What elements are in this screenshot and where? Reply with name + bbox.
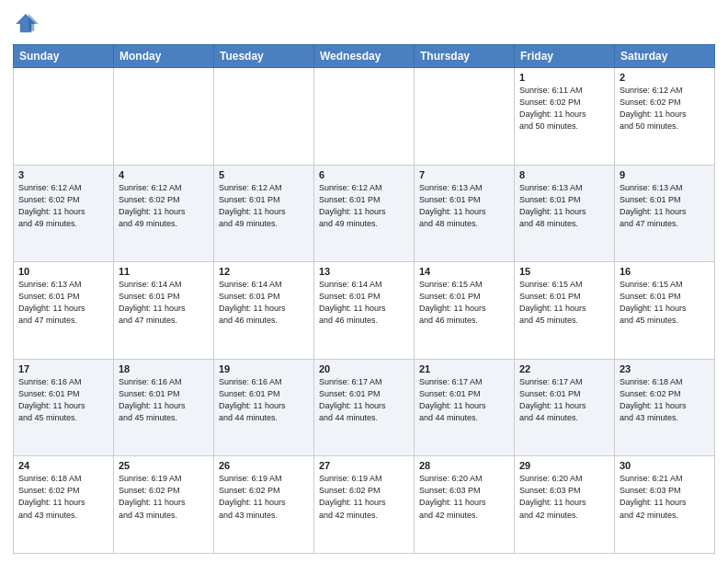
day-number: 16: [620, 266, 710, 277]
day-cell: 13Sunrise: 6:14 AM Sunset: 6:01 PM Dayli…: [314, 262, 415, 360]
day-info: Sunrise: 6:18 AM Sunset: 6:02 PM Dayligh…: [620, 376, 710, 424]
day-cell: 5Sunrise: 6:12 AM Sunset: 6:01 PM Daylig…: [214, 165, 314, 262]
day-cell: 3Sunrise: 6:12 AM Sunset: 6:02 PM Daylig…: [14, 165, 114, 262]
day-cell: 16Sunrise: 6:15 AM Sunset: 6:01 PM Dayli…: [615, 262, 715, 360]
day-number: 3: [18, 169, 108, 180]
day-cell: 15Sunrise: 6:15 AM Sunset: 6:01 PM Dayli…: [515, 262, 615, 360]
weekday-tuesday: Tuesday: [214, 45, 314, 68]
day-info: Sunrise: 6:14 AM Sunset: 6:01 PM Dayligh…: [119, 279, 209, 327]
day-cell: 22Sunrise: 6:17 AM Sunset: 6:01 PM Dayli…: [515, 359, 615, 456]
day-info: Sunrise: 6:15 AM Sunset: 6:01 PM Dayligh…: [620, 279, 710, 327]
day-cell: 14Sunrise: 6:15 AM Sunset: 6:01 PM Dayli…: [415, 262, 515, 360]
day-cell: 6Sunrise: 6:12 AM Sunset: 6:01 PM Daylig…: [314, 165, 415, 262]
day-number: 2: [620, 72, 710, 83]
week-row-2: 3Sunrise: 6:12 AM Sunset: 6:02 PM Daylig…: [14, 165, 715, 262]
day-info: Sunrise: 6:17 AM Sunset: 6:01 PM Dayligh…: [419, 376, 509, 424]
day-cell: 2Sunrise: 6:12 AM Sunset: 6:02 PM Daylig…: [615, 68, 715, 166]
day-info: Sunrise: 6:19 AM Sunset: 6:02 PM Dayligh…: [219, 473, 309, 521]
day-info: Sunrise: 6:16 AM Sunset: 6:01 PM Dayligh…: [119, 376, 209, 424]
day-number: 12: [219, 266, 309, 277]
header: [13, 11, 715, 37]
day-number: 29: [519, 460, 609, 471]
day-cell: 29Sunrise: 6:20 AM Sunset: 6:03 PM Dayli…: [515, 456, 615, 554]
day-info: Sunrise: 6:12 AM Sunset: 6:02 PM Dayligh…: [18, 182, 108, 230]
day-cell: [214, 68, 314, 166]
day-cell: 24Sunrise: 6:18 AM Sunset: 6:02 PM Dayli…: [14, 456, 114, 554]
day-cell: 19Sunrise: 6:16 AM Sunset: 6:01 PM Dayli…: [214, 359, 314, 456]
day-info: Sunrise: 6:20 AM Sunset: 6:03 PM Dayligh…: [419, 473, 509, 521]
week-row-5: 24Sunrise: 6:18 AM Sunset: 6:02 PM Dayli…: [14, 456, 715, 554]
day-number: 26: [219, 460, 309, 471]
day-number: 1: [519, 72, 609, 83]
day-info: Sunrise: 6:15 AM Sunset: 6:01 PM Dayligh…: [519, 279, 609, 327]
day-cell: 9Sunrise: 6:13 AM Sunset: 6:01 PM Daylig…: [615, 165, 715, 262]
day-info: Sunrise: 6:12 AM Sunset: 6:01 PM Dayligh…: [219, 182, 309, 230]
day-cell: 4Sunrise: 6:12 AM Sunset: 6:02 PM Daylig…: [114, 165, 214, 262]
day-number: 14: [419, 266, 509, 277]
day-cell: 18Sunrise: 6:16 AM Sunset: 6:01 PM Dayli…: [114, 359, 214, 456]
day-info: Sunrise: 6:14 AM Sunset: 6:01 PM Dayligh…: [319, 279, 409, 327]
day-info: Sunrise: 6:17 AM Sunset: 6:01 PM Dayligh…: [519, 376, 609, 424]
day-number: 18: [119, 363, 209, 374]
day-number: 4: [119, 169, 209, 180]
day-info: Sunrise: 6:21 AM Sunset: 6:03 PM Dayligh…: [620, 473, 710, 521]
day-info: Sunrise: 6:17 AM Sunset: 6:01 PM Dayligh…: [319, 376, 409, 424]
day-number: 21: [419, 363, 509, 374]
day-number: 30: [620, 460, 710, 471]
day-cell: 12Sunrise: 6:14 AM Sunset: 6:01 PM Dayli…: [214, 262, 314, 360]
day-number: 28: [419, 460, 509, 471]
weekday-saturday: Saturday: [615, 45, 715, 68]
day-info: Sunrise: 6:15 AM Sunset: 6:01 PM Dayligh…: [419, 279, 509, 327]
weekday-header-row: SundayMondayTuesdayWednesdayThursdayFrid…: [14, 45, 715, 68]
day-number: 9: [620, 169, 710, 180]
day-info: Sunrise: 6:19 AM Sunset: 6:02 PM Dayligh…: [119, 473, 209, 521]
day-info: Sunrise: 6:13 AM Sunset: 6:01 PM Dayligh…: [419, 182, 509, 230]
day-number: 25: [119, 460, 209, 471]
day-info: Sunrise: 6:19 AM Sunset: 6:02 PM Dayligh…: [319, 473, 409, 521]
day-info: Sunrise: 6:18 AM Sunset: 6:02 PM Dayligh…: [18, 473, 108, 521]
day-cell: 25Sunrise: 6:19 AM Sunset: 6:02 PM Dayli…: [114, 456, 214, 554]
day-info: Sunrise: 6:12 AM Sunset: 6:01 PM Dayligh…: [319, 182, 409, 230]
day-cell: 1Sunrise: 6:11 AM Sunset: 6:02 PM Daylig…: [515, 68, 615, 166]
day-number: 5: [219, 169, 309, 180]
weekday-wednesday: Wednesday: [314, 45, 415, 68]
page: SundayMondayTuesdayWednesdayThursdayFrid…: [0, 0, 728, 563]
day-info: Sunrise: 6:12 AM Sunset: 6:02 PM Dayligh…: [119, 182, 209, 230]
day-number: 17: [18, 363, 108, 374]
day-info: Sunrise: 6:13 AM Sunset: 6:01 PM Dayligh…: [18, 279, 108, 327]
week-row-3: 10Sunrise: 6:13 AM Sunset: 6:01 PM Dayli…: [14, 262, 715, 360]
day-info: Sunrise: 6:13 AM Sunset: 6:01 PM Dayligh…: [620, 182, 710, 230]
week-row-1: 1Sunrise: 6:11 AM Sunset: 6:02 PM Daylig…: [14, 68, 715, 166]
day-info: Sunrise: 6:16 AM Sunset: 6:01 PM Dayligh…: [219, 376, 309, 424]
day-number: 7: [419, 169, 509, 180]
day-number: 6: [319, 169, 409, 180]
day-info: Sunrise: 6:16 AM Sunset: 6:01 PM Dayligh…: [18, 376, 108, 424]
day-info: Sunrise: 6:14 AM Sunset: 6:01 PM Dayligh…: [219, 279, 309, 327]
day-cell: [114, 68, 214, 166]
weekday-thursday: Thursday: [415, 45, 515, 68]
day-number: 22: [519, 363, 609, 374]
day-number: 24: [18, 460, 108, 471]
day-cell: 30Sunrise: 6:21 AM Sunset: 6:03 PM Dayli…: [615, 456, 715, 554]
svg-marker-1: [28, 14, 39, 31]
calendar-table: SundayMondayTuesdayWednesdayThursdayFrid…: [13, 44, 715, 554]
weekday-sunday: Sunday: [14, 45, 114, 68]
day-cell: [14, 68, 114, 166]
day-cell: 28Sunrise: 6:20 AM Sunset: 6:03 PM Dayli…: [415, 456, 515, 554]
day-number: 15: [519, 266, 609, 277]
day-cell: 7Sunrise: 6:13 AM Sunset: 6:01 PM Daylig…: [415, 165, 515, 262]
day-cell: 10Sunrise: 6:13 AM Sunset: 6:01 PM Dayli…: [14, 262, 114, 360]
day-cell: 17Sunrise: 6:16 AM Sunset: 6:01 PM Dayli…: [14, 359, 114, 456]
day-cell: 26Sunrise: 6:19 AM Sunset: 6:02 PM Dayli…: [214, 456, 314, 554]
day-cell: [415, 68, 515, 166]
day-info: Sunrise: 6:12 AM Sunset: 6:02 PM Dayligh…: [620, 85, 710, 132]
day-number: 10: [18, 266, 108, 277]
day-info: Sunrise: 6:11 AM Sunset: 6:02 PM Dayligh…: [519, 85, 609, 132]
logo-icon: [13, 11, 39, 37]
day-number: 11: [119, 266, 209, 277]
day-cell: 8Sunrise: 6:13 AM Sunset: 6:01 PM Daylig…: [515, 165, 615, 262]
day-cell: 21Sunrise: 6:17 AM Sunset: 6:01 PM Dayli…: [415, 359, 515, 456]
logo: [13, 11, 42, 37]
day-info: Sunrise: 6:13 AM Sunset: 6:01 PM Dayligh…: [519, 182, 609, 230]
day-number: 13: [319, 266, 409, 277]
